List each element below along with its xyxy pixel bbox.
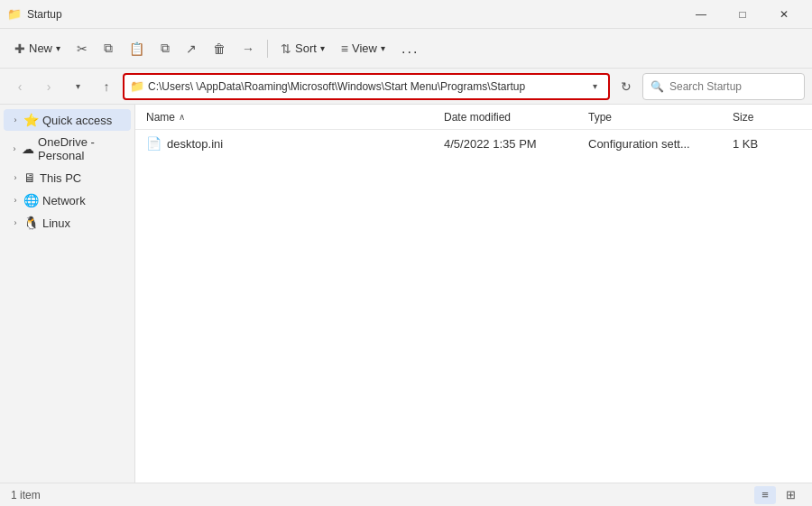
- item-count: 1 item: [11, 489, 41, 501]
- maximize-button[interactable]: □: [722, 0, 763, 29]
- toolbar-divider: [267, 40, 268, 58]
- sort-label: Sort: [295, 41, 317, 55]
- paste-button[interactable]: 📋: [122, 34, 152, 63]
- chevron-icon: ›: [11, 173, 20, 182]
- clone-icon: ⧉: [161, 41, 170, 56]
- sidebar-item-label: Linux: [42, 216, 70, 230]
- sort-dropdown-icon: ▾: [320, 43, 325, 53]
- address-folder-icon: 📁: [130, 79, 144, 93]
- sidebar-icon: ⭐: [23, 113, 39, 127]
- chevron-icon: ›: [11, 144, 18, 153]
- sidebar-item-linux[interactable]: › 🐧 Linux: [4, 212, 131, 234]
- new-button[interactable]: ✚ New ▾: [7, 34, 68, 63]
- address-input-wrap[interactable]: 📁 C:\Users\ \AppData\Roaming\Microsoft\W…: [123, 73, 610, 100]
- file-type-icon: 📄: [146, 136, 161, 151]
- sidebar-item-label: This PC: [40, 171, 81, 185]
- sidebar-item-label: Quick access: [42, 114, 112, 127]
- title-bar-left: 📁 Startup: [7, 7, 62, 22]
- file-name-cell: 📄 desktop.ini: [143, 136, 444, 151]
- view-dropdown-icon: ▾: [381, 43, 385, 53]
- sidebar-item-onedrive[interactable]: › ☁ OneDrive - Personal: [4, 132, 131, 166]
- column-type[interactable]: Type: [588, 111, 733, 124]
- file-name-label: desktop.ini: [167, 137, 223, 151]
- chevron-icon: ›: [11, 218, 20, 227]
- sidebar-icon: ☁: [22, 142, 34, 156]
- back-button[interactable]: ‹: [7, 74, 32, 99]
- sidebar-icon: 🖥: [23, 170, 36, 185]
- file-size-cell: 1 KB: [733, 137, 805, 151]
- minimize-button[interactable]: —: [680, 0, 722, 29]
- new-icon: ✚: [14, 41, 25, 56]
- share-icon: ↗: [186, 41, 197, 56]
- sidebar-item-label: Network: [42, 194, 86, 207]
- file-type-cell: Configuration sett...: [588, 137, 733, 151]
- toolbar: ✚ New ▾ ✂ ⧉ 📋 ⧉ ↗ 🗑 → ⇅ Sort ▾ ≡ View ▾ …: [0, 29, 812, 69]
- sidebar-item-quick-access[interactable]: › ⭐ Quick access: [4, 109, 131, 131]
- cut-icon: ✂: [77, 41, 88, 56]
- chevron-icon: ›: [11, 196, 20, 205]
- file-date-cell: 4/5/2022 1:35 PM: [444, 137, 588, 151]
- details-view-icon: ⊞: [786, 488, 796, 501]
- column-date[interactable]: Date modified: [444, 111, 588, 124]
- address-bar: ‹ › ▾ ↑ 📁 C:\Users\ \AppData\Roaming\Mic…: [0, 69, 812, 105]
- column-size[interactable]: Size: [733, 111, 805, 124]
- view-icon: ≡: [341, 41, 348, 56]
- table-row[interactable]: 📄 desktop.ini 4/5/2022 1:35 PM Configura…: [135, 130, 812, 157]
- refresh-button[interactable]: ↻: [614, 74, 639, 99]
- share-button[interactable]: ↗: [179, 34, 204, 63]
- clone-button[interactable]: ⧉: [153, 34, 177, 63]
- window-title: Startup: [27, 8, 62, 21]
- view-button[interactable]: ≡ View ▾: [334, 34, 392, 63]
- file-rows-container: 📄 desktop.ini 4/5/2022 1:35 PM Configura…: [135, 130, 812, 157]
- close-button[interactable]: ✕: [763, 0, 805, 29]
- sidebar-item-this-pc[interactable]: › 🖥 This PC: [4, 167, 131, 189]
- chevron-icon: ›: [11, 115, 20, 124]
- sort-arrow-icon: ∧: [179, 112, 185, 122]
- file-area: Name ∧ Date modified Type Size 📄 desktop…: [135, 105, 812, 483]
- sidebar-icon: 🌐: [23, 193, 39, 207]
- copy-button[interactable]: ⧉: [97, 34, 120, 63]
- column-name[interactable]: Name ∧: [143, 111, 444, 124]
- title-controls: — □ ✕: [680, 0, 805, 29]
- cut-button[interactable]: ✂: [69, 34, 95, 63]
- forward-button[interactable]: ›: [36, 74, 61, 99]
- title-bar: 📁 Startup — □ ✕: [0, 0, 812, 29]
- window-icon: 📁: [7, 7, 22, 22]
- copy-icon: ⧉: [104, 41, 113, 56]
- new-label: New: [29, 41, 52, 55]
- status-bar: 1 item ≡ ⊞: [0, 483, 812, 506]
- address-dropdown-icon[interactable]: ▾: [586, 78, 603, 95]
- paste-icon: 📋: [129, 41, 144, 56]
- search-input[interactable]: [669, 80, 797, 93]
- list-view-icon: ≡: [761, 488, 769, 501]
- column-name-label: Name: [146, 111, 175, 124]
- list-view-toggle[interactable]: ≡: [754, 486, 776, 504]
- up-button[interactable]: ↑: [94, 74, 119, 99]
- move-button[interactable]: →: [235, 34, 262, 63]
- details-view-toggle[interactable]: ⊞: [780, 486, 801, 504]
- search-wrap[interactable]: 🔍: [642, 73, 805, 100]
- recent-button[interactable]: ▾: [65, 74, 90, 99]
- sidebar-item-network[interactable]: › 🌐 Network: [4, 189, 131, 211]
- sort-button[interactable]: ⇅ Sort ▾: [273, 34, 332, 63]
- move-icon: →: [242, 41, 254, 56]
- delete-icon: 🗑: [213, 41, 226, 56]
- more-button[interactable]: ...: [394, 36, 426, 61]
- status-right: ≡ ⊞: [754, 486, 801, 504]
- file-header: Name ∧ Date modified Type Size: [135, 105, 812, 130]
- address-path: C:\Users\ \AppData\Roaming\Microsoft\Win…: [148, 80, 583, 93]
- sidebar-item-label: OneDrive - Personal: [38, 135, 124, 162]
- new-dropdown-icon: ▾: [56, 43, 60, 53]
- main-area: › ⭐ Quick access › ☁ OneDrive - Personal…: [0, 105, 812, 483]
- view-label: View: [352, 41, 377, 55]
- sort-icon: ⇅: [281, 41, 291, 56]
- search-icon: 🔍: [651, 80, 664, 93]
- delete-button[interactable]: 🗑: [206, 34, 233, 63]
- sidebar-icon: 🐧: [23, 216, 39, 230]
- sidebar: › ⭐ Quick access › ☁ OneDrive - Personal…: [0, 105, 135, 483]
